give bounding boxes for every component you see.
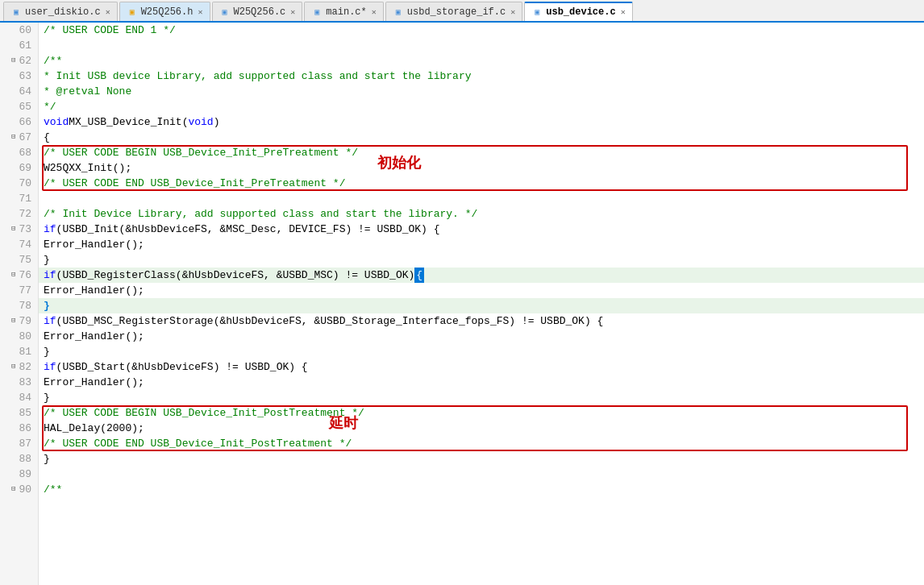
code-line-60: /* USER CODE END 1 */ xyxy=(39,23,924,38)
line-numbers: 60 61 ⊟62 63 64 65 66 ⊟67 68 69 70 71 72… xyxy=(0,23,39,585)
code-line-68: /* USER CODE BEGIN USB_Device_Init_PreTr… xyxy=(39,145,924,160)
code-text-61 xyxy=(44,38,50,53)
code-kw-if-82: if xyxy=(44,359,56,375)
line-num-77: 77 xyxy=(6,283,31,298)
code-line-74: Error_Handler(); xyxy=(39,237,924,252)
code-brace-76: { xyxy=(414,268,424,283)
code-line-66: void MX_USB_Device_Init(void) xyxy=(39,114,924,130)
tab-user_diskio[interactable]: ▣ user_diskio.c ✕ xyxy=(3,2,118,21)
app-window: ▣ user_diskio.c ✕ ▣ W25Q256.h ✕ ▣ W25Q25… xyxy=(0,0,924,585)
annotation-text-init: 初始化 xyxy=(377,153,421,172)
line-num-74: 74 xyxy=(6,237,31,252)
code-text-85: /* USER CODE BEGIN USB_Device_Init_PostT… xyxy=(44,405,364,421)
tab-close-mainc[interactable]: ✕ xyxy=(372,7,377,17)
code-text-62: /** xyxy=(44,53,62,68)
line-num-67: ⊟67 xyxy=(6,130,31,145)
code-text-67: { xyxy=(44,130,50,145)
tab-close-W25Q256h[interactable]: ✕ xyxy=(198,7,202,17)
code-text-68: /* USER CODE BEGIN USB_Device_Init_PreTr… xyxy=(44,145,358,160)
line-num-61: 61 xyxy=(6,38,31,53)
code-line-86: HAL_Delay(2000); xyxy=(39,421,924,436)
tab-close-W25Q256c[interactable]: ✕ xyxy=(290,7,295,17)
code-text-76: (USBD_RegisterClass(&hUsbDeviceFS, &USBD… xyxy=(56,268,415,283)
code-text-73: (USBD_Init(&hUsbDeviceFS, &MSC_Desc, DEV… xyxy=(56,222,440,237)
line-num-79: ⊟79 xyxy=(6,313,31,329)
tab-close-usb_device[interactable]: ✕ xyxy=(621,7,626,17)
code-text-74: Error_Handler(); xyxy=(44,237,144,252)
code-line-85: /* USER CODE BEGIN USB_Device_Init_PostT… xyxy=(39,405,924,421)
tab-icon-mainc: ▣ xyxy=(311,6,323,18)
line-num-66: 66 xyxy=(6,114,31,130)
tab-label-user_diskio: user_diskio.c xyxy=(25,6,101,18)
code-line-78: } xyxy=(39,298,924,313)
line-num-64: 64 xyxy=(6,84,31,99)
code-text-75: } xyxy=(44,252,50,268)
code-text-65: */ xyxy=(44,99,56,114)
code-line-75: } xyxy=(39,252,924,268)
code-line-88: } xyxy=(39,451,924,467)
code-text-69: W25QXX_Init(); xyxy=(44,160,131,176)
line-num-62: ⊟62 xyxy=(6,53,31,68)
code-line-61 xyxy=(39,38,924,53)
code-text-80: Error_Handler(); xyxy=(44,329,144,344)
fold-icon-62[interactable]: ⊟ xyxy=(11,53,15,68)
line-num-71: 71 xyxy=(6,191,31,206)
code-line-77: Error_Handler(); xyxy=(39,283,924,298)
code-line-84: } xyxy=(39,390,924,405)
code-text-83: Error_Handler(); xyxy=(44,375,144,390)
line-num-84: 84 xyxy=(6,390,31,405)
code-line-73: if (USBD_Init(&hUsbDeviceFS, &MSC_Desc, … xyxy=(39,222,924,237)
fold-icon-67[interactable]: ⊟ xyxy=(11,130,15,145)
tab-label-usb_device: usb_device.c xyxy=(546,6,615,18)
tab-icon-W25Q256h: ▣ xyxy=(127,6,138,18)
tab-usbd_storage[interactable]: ▣ usbd_storage_if.c ✕ xyxy=(385,2,522,21)
code-text-63: * Init USB device Library, add supported… xyxy=(44,68,472,84)
annotation-text-delay: 延时 xyxy=(329,413,358,433)
line-num-60: 60 xyxy=(6,23,31,38)
tab-W25Q256c[interactable]: ▣ W25Q256.c ✕ xyxy=(212,2,303,21)
code-line-81: } xyxy=(39,344,924,359)
code-kw-if-76: if xyxy=(44,268,56,283)
code-text-88: } xyxy=(44,451,50,467)
code-text-79: (USBD_MSC_RegisterStorage(&hUsbDeviceFS,… xyxy=(56,313,604,329)
fold-icon-76[interactable]: ⊟ xyxy=(11,268,15,283)
fold-icon-79[interactable]: ⊟ xyxy=(11,313,15,329)
code-text-84: } xyxy=(44,390,50,405)
line-num-89: 89 xyxy=(6,467,31,482)
code-text-82: (USBD_Start(&hUsbDeviceFS) != USBD_OK) { xyxy=(56,359,308,375)
code-text-89 xyxy=(44,467,50,482)
fold-icon-73[interactable]: ⊟ xyxy=(11,222,15,237)
annotation-group-delay: 延时 /* USER CODE BEGIN USB_Device_Init_Po… xyxy=(39,405,924,451)
code-line-80: Error_Handler(); xyxy=(39,329,924,344)
tab-close-usbd_storage[interactable]: ✕ xyxy=(510,7,515,17)
code-text-70: /* USER CODE END USB_Device_Init_PreTrea… xyxy=(44,176,345,191)
code-text-71 xyxy=(44,191,50,206)
code-line-79: if (USBD_MSC_RegisterStorage(&hUsbDevice… xyxy=(39,313,924,329)
tab-usb_device[interactable]: ▣ usb_device.c ✕ xyxy=(524,2,632,21)
code-line-90: /** xyxy=(39,482,924,497)
code-line-83: Error_Handler(); xyxy=(39,375,924,390)
fold-icon-90[interactable]: ⊟ xyxy=(11,482,15,497)
line-num-81: 81 xyxy=(6,344,31,359)
annotation-group-init: 初始化 /* USER CODE BEGIN USB_Device_Init_P… xyxy=(39,145,924,191)
code-line-71 xyxy=(39,191,924,206)
code-line-70: /* USER CODE END USB_Device_Init_PreTrea… xyxy=(39,176,924,191)
tab-mainc[interactable]: ▣ main.c* ✕ xyxy=(304,2,383,21)
code-brace-78: } xyxy=(44,298,50,313)
line-num-83: 83 xyxy=(6,375,31,390)
tab-icon-usb_device: ▣ xyxy=(531,6,543,18)
fold-icon-82[interactable]: ⊟ xyxy=(11,359,15,375)
code-kw-if-79: if xyxy=(44,313,56,329)
line-num-88: 88 xyxy=(6,451,31,467)
line-num-82: ⊟82 xyxy=(6,359,31,375)
code-area[interactable]: /* USER CODE END 1 */ /** * Init USB dev… xyxy=(39,23,924,585)
code-kw-void2-66: void xyxy=(188,114,213,130)
line-num-85: 85 xyxy=(6,405,31,421)
code-paren-66: ) xyxy=(214,114,220,130)
tab-W25Q256h[interactable]: ▣ W25Q256.h ✕ xyxy=(119,2,210,21)
code-line-82: if (USBD_Start(&hUsbDeviceFS) != USBD_OK… xyxy=(39,359,924,375)
code-text-72: /* Init Device Library, add supported cl… xyxy=(44,206,477,222)
code-text-90: /** xyxy=(44,482,62,497)
code-line-72: /* Init Device Library, add supported cl… xyxy=(39,206,924,222)
tab-close-user_diskio[interactable]: ✕ xyxy=(106,7,110,17)
